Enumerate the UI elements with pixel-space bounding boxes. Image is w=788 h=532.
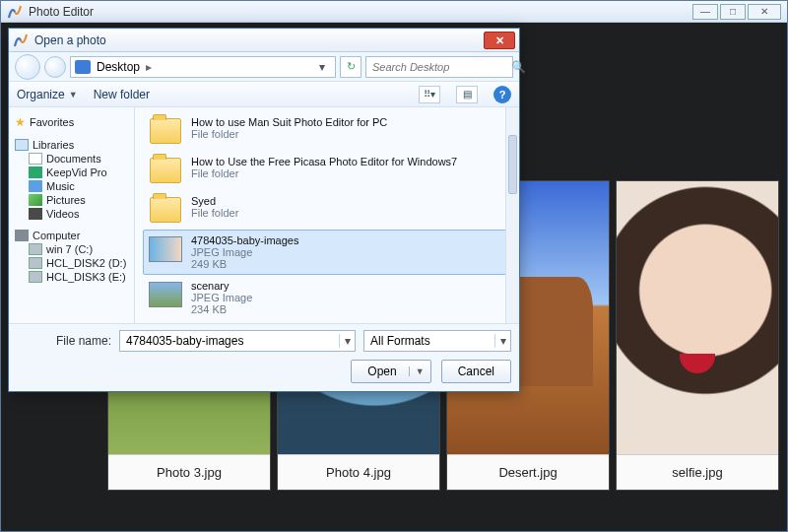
breadcrumb[interactable]: Desktop ▸ ▾ (70, 56, 336, 78)
jpeg-icon (149, 282, 182, 307)
breadcrumb-location: Desktop (97, 60, 140, 74)
jpeg-icon (149, 236, 182, 262)
list-item[interactable]: scenaryJPEG Image234 KB (143, 275, 513, 320)
computer-icon (15, 230, 29, 241)
help-button[interactable]: ? (493, 86, 511, 103)
chevron-down-icon[interactable]: ▾ (494, 334, 510, 348)
search-input[interactable] (370, 60, 511, 74)
nav-forward-button[interactable] (44, 56, 66, 78)
documents-icon (29, 153, 42, 165)
tree-drive-d[interactable]: HCL_DISK2 (D:) (29, 257, 132, 269)
thumb-caption: Photo 3.jpg (108, 454, 270, 490)
new-folder-button[interactable]: New folder (94, 88, 150, 101)
videos-icon (29, 208, 42, 220)
tree-item-pictures[interactable]: Pictures (29, 194, 132, 206)
format-value: All Formats (364, 334, 494, 348)
dialog-title: Open a photo (34, 33, 106, 47)
dialog-logo-icon (13, 33, 29, 48)
search-icon: 🔍 (511, 60, 526, 74)
tree-item-music[interactable]: Music (29, 180, 132, 192)
tree-drive-c[interactable]: win 7 (C:) (29, 243, 132, 255)
open-button[interactable]: Open▼ (351, 360, 430, 383)
list-item[interactable]: How to Use the Free Picasa Photo Editor … (143, 151, 513, 190)
app-logo-icon (7, 4, 23, 20)
thumb-caption: selfie.jpg (617, 454, 778, 490)
filename-value: 4784035-baby-images (120, 334, 339, 348)
tree-favorites[interactable]: ★Favorites (15, 115, 132, 129)
drive-icon (29, 257, 42, 269)
tree-drive-e[interactable]: HCL_DISK3 (E:) (29, 271, 132, 283)
open-split-dropdown[interactable]: ▼ (409, 366, 425, 376)
list-item-selected[interactable]: 4784035-baby-imagesJPEG Image249 KB (143, 230, 513, 275)
folder-icon (150, 197, 181, 223)
drive-icon (29, 271, 42, 283)
list-item[interactable]: selfie (143, 320, 513, 323)
app-close-button[interactable]: ✕ (748, 4, 781, 20)
gallery-thumb[interactable]: selfie.jpg (616, 180, 779, 491)
dialog-close-button[interactable]: ✕ (484, 32, 515, 49)
dialog-toolbar: Organize▼ New folder ⠿▾ ▤ ? (9, 82, 519, 107)
preview-pane-button[interactable]: ▤ (456, 86, 478, 103)
refresh-button[interactable]: ↻ (340, 56, 361, 78)
dialog-footer: File name: 4784035-baby-images ▾ All For… (9, 323, 519, 391)
file-open-dialog: Open a photo ✕ Desktop ▸ ▾ ↻ 🔍 Organize▼… (8, 28, 520, 392)
app-titlebar[interactable]: Photo Editor — □ ✕ (1, 1, 787, 23)
view-mode-button[interactable]: ⠿▾ (419, 86, 440, 103)
desktop-icon (75, 60, 91, 74)
nav-tree: ★Favorites Libraries Documents KeepVid P… (9, 107, 135, 323)
dialog-titlebar[interactable]: Open a photo ✕ (9, 29, 519, 52)
filename-combo[interactable]: 4784035-baby-images ▾ (119, 330, 356, 352)
search-box[interactable]: 🔍 (365, 56, 513, 78)
thumb-image (617, 181, 778, 454)
file-list: How to use Man Suit Photo Editor for PCF… (135, 107, 519, 323)
pictures-icon (29, 194, 42, 206)
minimize-button[interactable]: — (692, 4, 718, 20)
thumb-caption: Photo 4.jpg (278, 454, 439, 490)
tree-item-videos[interactable]: Videos (29, 208, 132, 220)
filename-label: File name: (17, 334, 111, 348)
format-combo[interactable]: All Formats ▾ (363, 330, 511, 352)
cancel-button[interactable]: Cancel (441, 360, 511, 383)
breadcrumb-dropdown[interactable]: ▾ (313, 60, 331, 74)
maximize-button[interactable]: □ (720, 4, 746, 20)
chevron-down-icon[interactable]: ▾ (339, 334, 355, 348)
organize-menu[interactable]: Organize▼ (17, 88, 78, 101)
tree-item-documents[interactable]: Documents (29, 153, 132, 165)
list-item[interactable]: SyedFile folder (143, 190, 513, 230)
dialog-nav-row: Desktop ▸ ▾ ↻ 🔍 (9, 52, 519, 82)
tree-computer[interactable]: Computer (15, 230, 132, 241)
tree-libraries[interactable]: Libraries (15, 139, 132, 151)
chevron-right-icon: ▸ (146, 60, 152, 74)
folder-icon (150, 118, 181, 144)
tree-item-keepvid[interactable]: KeepVid Pro (29, 166, 132, 178)
app-title: Photo Editor (29, 5, 94, 19)
scrollbar-thumb[interactable] (508, 135, 517, 194)
libraries-icon (15, 139, 29, 151)
nav-back-button[interactable] (15, 54, 40, 80)
list-item[interactable]: How to use Man Suit Photo Editor for PCF… (143, 111, 513, 151)
star-icon: ★ (15, 115, 26, 129)
keepvid-icon (29, 166, 42, 178)
folder-icon (150, 158, 181, 183)
scrollbar[interactable] (505, 107, 519, 323)
music-icon (29, 180, 42, 192)
drive-icon (29, 243, 42, 255)
thumb-caption: Desert.jpg (447, 454, 609, 490)
